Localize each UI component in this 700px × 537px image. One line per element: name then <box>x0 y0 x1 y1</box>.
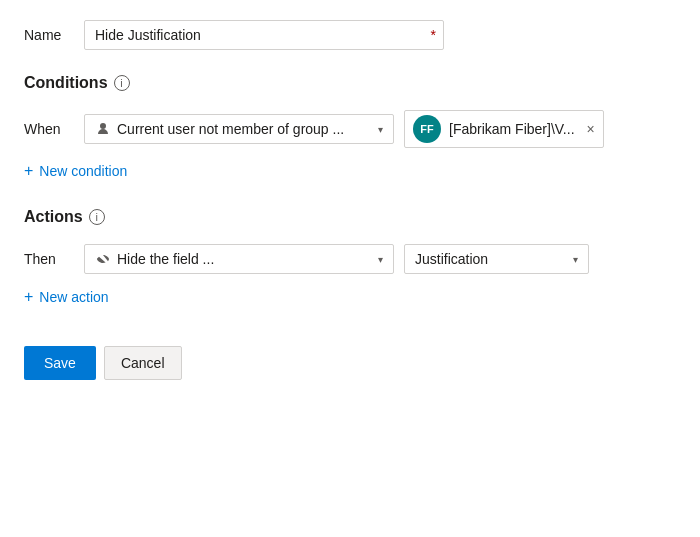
actions-header: Actions i <box>24 208 676 226</box>
conditions-title: Conditions <box>24 74 108 92</box>
actions-title: Actions <box>24 208 83 226</box>
save-button[interactable]: Save <box>24 346 96 380</box>
new-condition-button[interactable]: + New condition <box>24 162 127 180</box>
cancel-button[interactable]: Cancel <box>104 346 182 380</box>
when-row: When Current user not member of group ..… <box>24 110 676 148</box>
action-dropdown-text: Hide the field ... <box>117 251 372 267</box>
action-chevron-icon: ▾ <box>378 254 383 265</box>
plus-icon: + <box>24 162 33 180</box>
actions-info-icon[interactable]: i <box>89 209 105 225</box>
new-condition-label: New condition <box>39 163 127 179</box>
name-label: Name <box>24 27 84 43</box>
then-label: Then <box>24 251 74 267</box>
name-input-wrapper: * <box>84 20 444 50</box>
plus-action-icon: + <box>24 288 33 306</box>
when-label: When <box>24 121 74 137</box>
conditions-header: Conditions i <box>24 74 676 92</box>
name-input[interactable] <box>84 20 444 50</box>
user-icon <box>95 121 111 137</box>
button-row: Save Cancel <box>24 346 676 380</box>
badge-close-button[interactable]: × <box>587 121 595 137</box>
condition-dropdown[interactable]: Current user not member of group ... ▾ <box>84 114 394 144</box>
badge-text: [Fabrikam Fiber]\V... <box>449 121 575 137</box>
group-badge: FF [Fabrikam Fiber]\V... × <box>404 110 604 148</box>
hide-field-icon <box>95 251 111 267</box>
then-row: Then Hide the field ... ▾ Justification … <box>24 244 676 274</box>
conditions-info-icon[interactable]: i <box>114 75 130 91</box>
justification-dropdown[interactable]: Justification ▾ <box>404 244 589 274</box>
name-row: Name * <box>24 20 676 50</box>
avatar: FF <box>413 115 441 143</box>
condition-dropdown-text: Current user not member of group ... <box>117 121 372 137</box>
condition-chevron-icon: ▾ <box>378 124 383 135</box>
action-dropdown[interactable]: Hide the field ... ▾ <box>84 244 394 274</box>
required-marker: * <box>431 27 436 43</box>
new-action-label: New action <box>39 289 108 305</box>
justification-chevron-icon: ▾ <box>573 254 578 265</box>
form-container: Name * Conditions i When Current user no… <box>24 20 676 380</box>
actions-section: Actions i Then Hide the field ... ▾ Just… <box>24 208 676 306</box>
new-action-button[interactable]: + New action <box>24 288 109 306</box>
justification-dropdown-text: Justification <box>415 251 567 267</box>
